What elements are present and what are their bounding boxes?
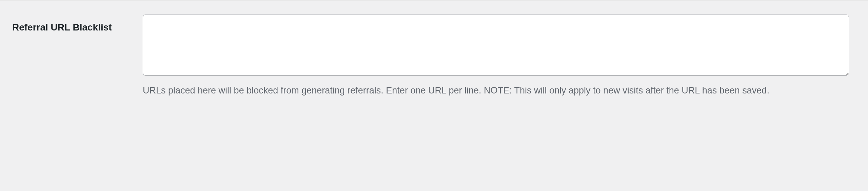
label-column: Referral URL Blacklist [12, 15, 143, 34]
field-column: URLs placed here will be blocked from ge… [143, 15, 856, 98]
referral-blacklist-textarea[interactable] [143, 15, 849, 76]
referral-blacklist-label: Referral URL Blacklist [12, 22, 112, 33]
referral-blacklist-description: URLs placed here will be blocked from ge… [143, 84, 849, 98]
form-row-referral-blacklist: Referral URL Blacklist URLs placed here … [0, 1, 868, 111]
